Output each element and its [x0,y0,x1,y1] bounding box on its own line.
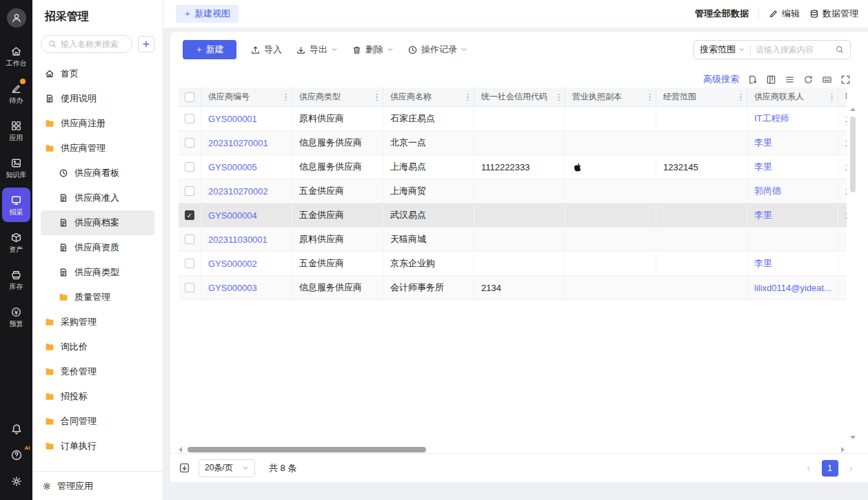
menu-item-purchase-manage[interactable]: 采购管理 [41,310,154,334]
menu-item-order-execution[interactable]: 订单执行 [41,434,154,459]
rail-item-todo[interactable]: 待办 [2,76,30,110]
history-button[interactable]: 操作记录 [407,43,467,56]
fullscreen-icon[interactable] [840,74,851,85]
cell-contact[interactable]: 李里 [747,131,838,154]
menu-item-tender[interactable]: 招投标 [41,384,154,409]
edit-button[interactable]: 编辑 [769,8,800,20]
vertical-scroll-thumb[interactable] [850,117,856,192]
import-button[interactable]: 导入 [250,43,282,56]
rail-item-apps[interactable]: 应用 [2,113,30,148]
data-manage-button[interactable]: 数据管理 [809,8,858,20]
table-row[interactable]: 202310270002五金供应商上海商贸郭尚德1 [179,179,847,203]
export-template-icon[interactable] [747,74,758,85]
cell-contact[interactable]: IT工程师 [747,107,838,130]
search-icon[interactable] [835,45,845,54]
cell-id[interactable]: GYS000001 [201,107,292,130]
column-header-phone[interactable]: 联系电话⋮ [838,88,847,106]
column-header-contact[interactable]: 供应商联系人⋮ [747,88,838,106]
table-row[interactable]: GYS000001原料供应商石家庄易点IT工程师1 [179,107,847,131]
menu-item-supplier-qualification[interactable]: 供应商资质 [41,235,154,260]
column-header-scope[interactable]: 经营范围⋮ [656,88,747,106]
cell-id[interactable]: GYS000004 [201,203,292,227]
cell-id[interactable]: 202311030001 [201,228,292,251]
next-page-button[interactable]: › [849,463,853,474]
delete-button[interactable]: 删除 [352,43,394,56]
rail-item-workbench[interactable]: 工作台 [2,39,30,73]
rail-item-knowledge[interactable]: 知识库 [2,150,30,185]
current-page-button[interactable]: 1 [822,460,838,477]
table-row[interactable]: GYS000005信息服务供应商上海易点11122223331232145李里1 [179,155,847,179]
menu-item-contract-manage[interactable]: 合同管理 [41,409,154,434]
pagination-settings-icon[interactable] [179,462,190,474]
horizontal-scroll-track[interactable] [185,446,838,453]
menu-item-supplier-archive[interactable]: 供应商档案 [41,210,154,235]
rail-item-procurement[interactable]: 招采 [2,188,30,222]
column-header-id[interactable]: 供应商编号⋮ [201,88,292,106]
table-row[interactable]: GYS000002五金供应商京东企业购李里 [179,252,847,276]
column-header-code[interactable]: 统一社会信用代码⋮ [474,88,565,106]
row-checkbox[interactable] [185,259,194,268]
scroll-up-arrow[interactable] [850,108,856,111]
rail-item-inventory[interactable]: 库存 [2,262,30,297]
cell-id[interactable]: 202310270002 [201,179,292,203]
column-menu-icon[interactable]: ⋮ [827,92,836,102]
list-view-icon[interactable] [785,74,795,85]
rail-item-assets[interactable]: 资产 [2,225,30,259]
menu-item-bidding-manage[interactable]: 竞价管理 [41,359,154,384]
menu-item-supplier-manage[interactable]: 供应商管理 [41,136,154,161]
column-header-license[interactable]: 营业执照副本⋮ [565,88,656,106]
table-row[interactable]: GYS000003信息服务供应商会计师事务所2134lilixd0114@yid… [179,276,847,300]
menu-item-instructions[interactable]: 使用说明 [41,86,154,111]
scroll-right-arrow[interactable] [841,447,845,452]
help-button[interactable]: AI [10,449,23,461]
cell-contact[interactable]: lilixd0114@yideat... [747,276,838,299]
cell-contact[interactable]: 郭尚德 [747,179,838,203]
row-checkbox[interactable] [185,186,194,196]
search-scope-dropdown[interactable]: 搜索范围 [700,43,745,56]
horizontal-scroll-thumb[interactable] [188,447,426,452]
notifications-button[interactable] [10,423,23,435]
cell-contact[interactable]: 李里 [747,252,838,275]
manage-apps-button[interactable]: 管理应用 [32,471,163,500]
column-header-name[interactable]: 供应商名称⋮ [383,88,474,106]
prev-page-button[interactable]: ‹ [807,463,810,474]
license-thumbnail[interactable] [572,162,583,172]
menu-item-supplier-board[interactable]: 供应商看板 [41,161,154,186]
row-checkbox[interactable] [185,283,194,292]
cell-id[interactable]: GYS000003 [201,276,292,299]
cell-id[interactable]: 202310270001 [201,131,292,154]
table-settings-icon[interactable] [822,74,832,85]
page-size-select[interactable]: 20条/页 [199,459,255,477]
manage-all-data-button[interactable]: 管理全部数据 [695,8,749,20]
cell-id[interactable]: GYS000005 [201,155,292,179]
column-menu-icon[interactable]: ⋮ [372,92,381,102]
cell-id[interactable]: GYS000002 [201,252,292,275]
select-all-checkbox[interactable] [185,92,194,102]
column-header-type[interactable]: 供应商类型⋮ [292,88,383,106]
menu-item-quality-manage[interactable]: 质量管理 [41,285,154,310]
scroll-down-arrow[interactable] [850,436,856,439]
row-checkbox[interactable]: ✓ [185,210,194,220]
row-checkbox[interactable] [185,138,194,148]
scroll-left-arrow[interactable] [179,447,182,452]
row-checkbox[interactable] [185,114,194,123]
cell-contact[interactable]: 李里 [747,155,838,179]
sidebar-search-box[interactable] [41,35,132,53]
row-checkbox[interactable] [185,162,194,172]
column-menu-icon[interactable]: ⋮ [645,92,654,102]
menu-item-inquiry[interactable]: 询比价 [41,334,154,359]
cell-contact[interactable]: 李里 [747,203,838,227]
vertical-scrollbar[interactable] [849,108,857,439]
menu-item-supplier-access[interactable]: 供应商准入 [41,186,154,210]
user-avatar[interactable] [7,8,26,28]
refresh-icon[interactable] [803,74,814,85]
column-menu-icon[interactable]: ⋮ [463,92,472,102]
export-button[interactable]: 导出 [296,43,338,56]
kanban-view-icon[interactable] [766,74,776,85]
new-view-button[interactable]: 新建视图 [176,5,239,23]
sidebar-search-input[interactable] [61,39,125,49]
add-button[interactable] [138,36,154,52]
table-row[interactable]: 202311030001原料供应商天猫商城 [179,228,847,252]
rail-item-budget[interactable]: 预算 [2,299,30,334]
settings-button[interactable] [10,475,23,488]
